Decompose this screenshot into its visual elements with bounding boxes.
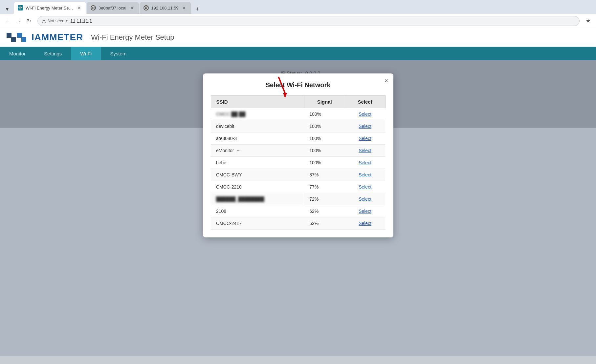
- not-secure-text: Not secure: [48, 18, 68, 23]
- tab-3-title: 192.168.11.59: [151, 6, 179, 10]
- signal-cell: 72%: [304, 193, 345, 205]
- nav-wifi[interactable]: Wi-Fi: [71, 47, 101, 60]
- not-secure-indicator: Not secure: [42, 18, 68, 23]
- modal-overlay: × Select Wi-Fi Network SSID Signal Selec…: [0, 60, 596, 128]
- bookmark-button[interactable]: ★: [584, 16, 593, 26]
- col-header-select: Select: [345, 96, 385, 108]
- app-header: IAMMETER Wi-Fi Energy Meter Setup: [0, 28, 596, 47]
- forward-button[interactable]: →: [14, 16, 23, 26]
- app-title: Wi-Fi Energy Meter Setup: [91, 33, 174, 42]
- table-row: hehe100%Select: [211, 157, 385, 169]
- tab-favicon-1: [18, 5, 23, 10]
- signal-cell: 100%: [304, 108, 345, 120]
- ssid-cell: devicebit: [211, 120, 304, 132]
- select-network-button[interactable]: Select: [359, 184, 371, 190]
- warning-icon: [42, 19, 46, 23]
- nav-settings[interactable]: Settings: [35, 47, 71, 60]
- table-row: 210862%Select: [211, 205, 385, 217]
- modal-title: Select Wi-Fi Network: [211, 81, 386, 89]
- tab-favicon-2: [91, 5, 96, 10]
- modal-close-button[interactable]: ×: [385, 77, 388, 84]
- select-cell: Select: [345, 193, 385, 205]
- select-network-button[interactable]: Select: [359, 111, 371, 117]
- select-network-button[interactable]: Select: [359, 209, 371, 214]
- table-row: CMCC-221077%Select: [211, 181, 385, 193]
- nav-tabs: Monitor Settings Wi-Fi System: [0, 47, 596, 60]
- select-network-button[interactable]: Select: [359, 160, 371, 165]
- col-header-signal: Signal: [304, 96, 345, 108]
- tab-3-close[interactable]: ✕: [181, 5, 187, 11]
- ssid-cell: ate3080-3: [211, 132, 304, 145]
- tab-dropdown-button[interactable]: ▼: [3, 5, 12, 14]
- signal-cell: 87%: [304, 169, 345, 181]
- tab-1-close[interactable]: ✕: [76, 5, 82, 11]
- tab-2-title: 3e0baf87.local: [99, 6, 126, 10]
- signal-cell: 100%: [304, 132, 345, 145]
- select-cell: Select: [345, 169, 385, 181]
- ssid-cell: CMCC ██ ██: [211, 108, 304, 120]
- signal-cell: 77%: [304, 181, 345, 193]
- table-row: CMCC-BWY87%Select: [211, 169, 385, 181]
- main-area: IP Status: 0.0.0.0 SSID: Select Nearby N…: [0, 60, 596, 128]
- page-content: IAMMETER Wi-Fi Energy Meter Setup Monito…: [0, 28, 596, 356]
- select-cell: Select: [345, 108, 385, 120]
- tab-bar: ▼ Wi-Fi Energy Meter Setup ✕ 3e0baf87.lo…: [0, 0, 596, 14]
- ssid-cell: CMCC-2210: [211, 181, 304, 193]
- col-header-ssid: SSID: [211, 96, 304, 108]
- logo-block-2: [17, 33, 26, 42]
- select-cell: Select: [345, 181, 385, 193]
- select-cell: Select: [345, 132, 385, 145]
- table-row: devicebit100%Select: [211, 120, 385, 132]
- nav-monitor[interactable]: Monitor: [0, 47, 35, 60]
- select-network-button[interactable]: Select: [359, 136, 371, 141]
- tab-wifi-setup[interactable]: Wi-Fi Energy Meter Setup ✕: [14, 2, 86, 14]
- reload-button[interactable]: ↻: [24, 16, 33, 26]
- wifi-network-modal: × Select Wi-Fi Network SSID Signal Selec…: [203, 73, 393, 237]
- logo-block-1: [7, 33, 16, 42]
- table-row: eMonitor_--100%Select: [211, 145, 385, 157]
- tab-local[interactable]: 3e0baf87.local ✕: [87, 2, 139, 14]
- back-button[interactable]: ←: [3, 16, 12, 26]
- tab-favicon-3: [143, 5, 149, 10]
- select-network-button[interactable]: Select: [359, 172, 371, 177]
- tab-2-close[interactable]: ✕: [129, 5, 135, 11]
- ssid-cell: CMCC-BWY: [211, 169, 304, 181]
- ssid-cell: ██████_████████: [211, 193, 304, 205]
- table-row: ate3080-3100%Select: [211, 132, 385, 145]
- address-text: 11.11.11.1: [70, 18, 92, 24]
- ssid-cell: CMCC-2417: [211, 217, 304, 230]
- select-cell: Select: [345, 217, 385, 230]
- ssid-cell: hehe: [211, 157, 304, 169]
- ssid-cell: eMonitor_--: [211, 145, 304, 157]
- new-tab-button[interactable]: +: [193, 5, 202, 14]
- signal-cell: 100%: [304, 145, 345, 157]
- select-network-button[interactable]: Select: [359, 221, 371, 226]
- tab-1-title: Wi-Fi Energy Meter Setup: [26, 6, 74, 10]
- signal-cell: 62%: [304, 205, 345, 217]
- select-network-button[interactable]: Select: [359, 148, 371, 153]
- address-bar-row: ← → ↻ Not secure 11.11.11.1 ★: [0, 14, 596, 28]
- signal-cell: 62%: [304, 217, 345, 230]
- browser-chrome: ▼ Wi-Fi Energy Meter Setup ✕ 3e0baf87.lo…: [0, 0, 596, 28]
- table-row: CMCC-241762%Select: [211, 217, 385, 230]
- logo: [7, 33, 26, 42]
- brand-name: IAMMETER: [32, 32, 83, 43]
- tab-ip[interactable]: 192.168.11.59 ✕: [140, 2, 191, 14]
- wifi-networks-table: SSID Signal Select CMCC ██ ██100%Selectd…: [211, 95, 386, 230]
- select-network-button[interactable]: Select: [359, 124, 371, 129]
- nav-system[interactable]: System: [101, 47, 136, 60]
- signal-cell: 100%: [304, 157, 345, 169]
- table-row: CMCC ██ ██100%Select: [211, 108, 385, 120]
- select-cell: Select: [345, 120, 385, 132]
- select-cell: Select: [345, 205, 385, 217]
- table-row: ██████_████████72%Select: [211, 193, 385, 205]
- select-cell: Select: [345, 145, 385, 157]
- ssid-cell: 2108: [211, 205, 304, 217]
- select-cell: Select: [345, 157, 385, 169]
- select-network-button[interactable]: Select: [359, 196, 371, 202]
- signal-cell: 100%: [304, 120, 345, 132]
- address-bar[interactable]: Not secure 11.11.11.1: [37, 16, 580, 26]
